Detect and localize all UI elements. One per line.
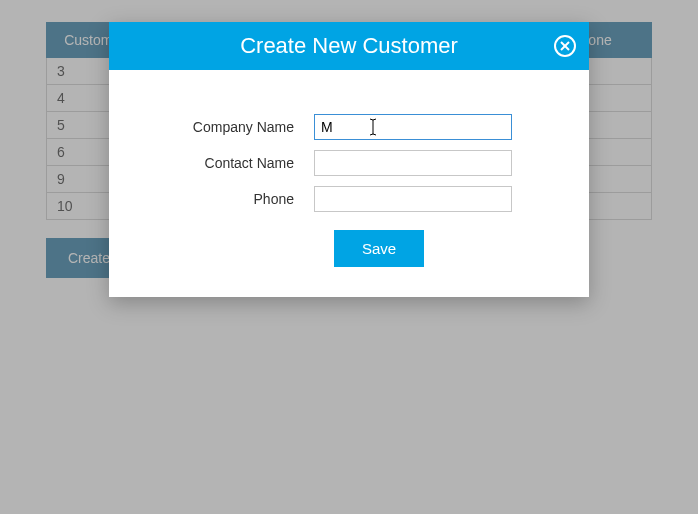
save-button[interactable]: Save [334, 230, 424, 267]
company-name-label: Company Name [149, 119, 314, 135]
modal-overlay[interactable]: Create New Customer Company Name [0, 0, 698, 514]
close-icon[interactable] [553, 34, 577, 58]
modal-header: Create New Customer [109, 22, 589, 70]
company-name-input[interactable] [314, 114, 512, 140]
modal-body: Company Name Contact Name Phone Save [109, 70, 589, 297]
create-customer-modal: Create New Customer Company Name [109, 22, 589, 297]
contact-name-input[interactable] [314, 150, 512, 176]
modal-title: Create New Customer [240, 33, 458, 59]
phone-label: Phone [149, 191, 314, 207]
phone-input[interactable] [314, 186, 512, 212]
contact-name-label: Contact Name [149, 155, 314, 171]
